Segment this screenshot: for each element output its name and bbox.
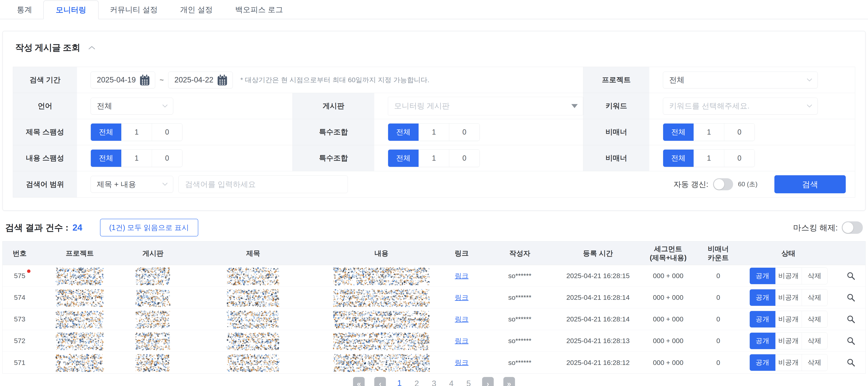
status-button[interactable]: 삭제 [802, 311, 827, 327]
segment-option[interactable]: 전체 [663, 150, 693, 167]
tab-stats[interactable]: 통계 [6, 0, 43, 19]
date-to-input[interactable]: 2025-04-22 [168, 71, 233, 88]
column-header: 세그먼트(제목+내용) [640, 244, 696, 262]
status-button[interactable]: 공개 [750, 289, 775, 306]
magnifier-icon[interactable] [846, 315, 856, 324]
segment-option[interactable]: 1 [693, 150, 724, 167]
status-button[interactable]: 공개 [750, 333, 775, 349]
segment-option[interactable]: 전체 [91, 150, 121, 167]
tab-community-settings[interactable]: 커뮤니티 설정 [99, 0, 169, 19]
segment-option[interactable]: 0 [724, 150, 754, 167]
status-button[interactable]: 삭제 [802, 333, 827, 349]
status-button[interactable]: 비공개 [775, 268, 802, 284]
segment-cell: 000 + 000 [640, 337, 696, 345]
status-button[interactable]: 비공개 [775, 289, 802, 306]
search-term-input[interactable] [178, 175, 348, 193]
column-header: 비매너카운트 [696, 244, 740, 262]
page-number[interactable]: 1 [396, 379, 403, 386]
segment-option[interactable]: 전체 [388, 123, 418, 141]
segment-option[interactable]: 0 [724, 123, 754, 141]
masked-title-text-cell [183, 331, 323, 350]
board-select[interactable]: 모니터링 게시판 [388, 97, 583, 115]
segment-option[interactable]: 전체 [91, 123, 121, 141]
post-link[interactable]: 링크 [455, 315, 468, 324]
masking-toggle[interactable] [842, 221, 863, 234]
date-from-input[interactable]: 2025-04-19 [91, 71, 155, 88]
bad-manner-count-cell: 0 [696, 294, 740, 301]
collapse-chevron-icon[interactable] [88, 46, 95, 50]
post-link[interactable]: 링크 [455, 358, 468, 367]
auto-refresh-toggle[interactable] [713, 178, 733, 190]
status-button[interactable]: 삭제 [802, 268, 827, 284]
search-button[interactable]: 검색 [774, 175, 846, 193]
post-link[interactable]: 링크 [455, 271, 468, 280]
masked-project-text-cell [37, 353, 123, 372]
status-button[interactable]: 공개 [750, 354, 775, 371]
status-button[interactable]: 비공개 [775, 354, 802, 371]
term-scope-select[interactable]: 제목 + 내용 [91, 176, 173, 193]
masking-label: 마스킹 해제: [793, 222, 838, 233]
prev-page-button[interactable]: ‹ [374, 377, 386, 386]
column-header: 프로젝트 [37, 249, 123, 258]
segment-option[interactable]: 1 [121, 150, 152, 167]
page-number[interactable]: 2 [413, 379, 421, 386]
keyword-select[interactable]: 키워드를 선택해주세요. [663, 98, 818, 115]
segment-option[interactable]: 0 [449, 123, 479, 141]
bad-manner-segment: 전체10 [663, 149, 755, 167]
magnifier-icon[interactable] [846, 358, 856, 367]
status-cell: 공개비공개삭제 [740, 354, 837, 371]
segment-cell: 000 + 000 [640, 315, 696, 323]
segment-option[interactable]: 1 [121, 123, 152, 141]
tab-personal-settings[interactable]: 개인 설정 [169, 0, 224, 19]
registered-time-cell: 2025-04-21 16:28:15 [556, 272, 640, 280]
magnifier-icon[interactable] [846, 336, 856, 346]
period-note: * 대상기간은 현 시점으로부터 최대 60일까지 지정 가능합니다. [240, 76, 429, 85]
status-button[interactable]: 삭제 [802, 289, 827, 306]
top-tab-bar: 통계모니터링커뮤니티 설정개인 설정백오피스 로그 [0, 0, 868, 19]
magnifier-icon[interactable] [846, 271, 856, 280]
post-link[interactable]: 링크 [455, 293, 468, 302]
segment-option[interactable]: 0 [152, 123, 182, 141]
detail-cell [837, 293, 865, 302]
next-page-button[interactable]: › [482, 377, 494, 386]
first-page-button[interactable]: « [353, 377, 365, 386]
date-range-tilde: ~ [160, 76, 164, 84]
special-combo-segment: 전체10 [388, 123, 480, 141]
status-button[interactable]: 비공개 [775, 333, 802, 349]
segment-option[interactable]: 0 [152, 150, 182, 167]
column-header: 번호 [3, 249, 37, 258]
filter-label-period: 검색 기간 [13, 67, 77, 93]
segment-option[interactable]: 1 [418, 123, 449, 141]
row-number: 575 [14, 272, 26, 280]
status-button[interactable]: 삭제 [802, 354, 827, 371]
page-number[interactable]: 3 [430, 379, 438, 386]
status-button[interactable]: 비공개 [775, 311, 802, 327]
status-button[interactable]: 공개 [750, 311, 775, 327]
language-select[interactable]: 전체 [91, 98, 173, 115]
segment-option[interactable]: 1 [693, 123, 724, 141]
masked-board-text [135, 266, 170, 285]
tab-backoffice-log[interactable]: 백오피스 로그 [224, 0, 294, 19]
segment-option[interactable]: 전체 [388, 150, 418, 167]
last-page-button[interactable]: » [503, 377, 515, 386]
masked-title-text [227, 288, 280, 307]
masked-content-text [333, 310, 430, 329]
masked-board-text [135, 310, 170, 329]
page-number[interactable]: 4 [447, 379, 455, 386]
mark-all-read-button[interactable]: (1건) 모두 읽음으로 표시 [100, 219, 198, 236]
segment-option[interactable]: 0 [449, 150, 479, 167]
tab-monitoring[interactable]: 모니터링 [43, 0, 99, 19]
masked-board-text-cell [123, 310, 183, 329]
masked-board-text-cell [123, 331, 183, 350]
auto-refresh-group: 자동 갱신: 60 (초) 검색 [674, 175, 846, 193]
project-select[interactable]: 전체 [663, 71, 818, 88]
post-link[interactable]: 링크 [455, 336, 468, 346]
status-button[interactable]: 공개 [750, 268, 775, 284]
segment-option[interactable]: 전체 [663, 123, 693, 141]
magnifier-icon[interactable] [846, 293, 856, 302]
bad-manner-count-cell: 0 [696, 315, 740, 323]
segment-option[interactable]: 1 [418, 150, 449, 167]
filter-content-spam-content: 전체10 [77, 145, 292, 171]
table-row: 571링크so******2025-04-21 16:28:12000 + 00… [3, 352, 865, 374]
page-number[interactable]: 5 [465, 379, 472, 386]
